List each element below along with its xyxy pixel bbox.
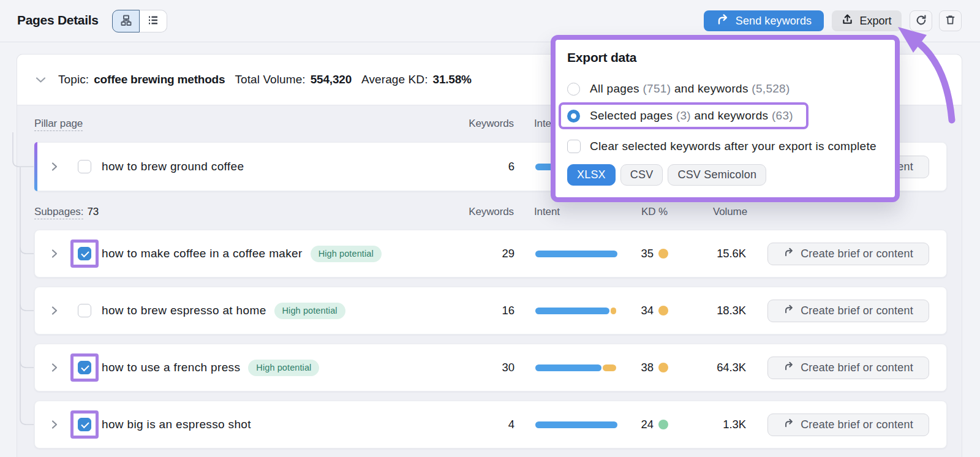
create-brief-button[interactable]: Create brief or content bbox=[767, 300, 929, 322]
pillar-page-label[interactable]: Pillar page bbox=[34, 118, 83, 131]
row-checkbox[interactable] bbox=[78, 247, 91, 260]
row-checkbox[interactable] bbox=[78, 304, 91, 317]
forward-arrow-icon bbox=[783, 247, 794, 261]
trash-icon bbox=[944, 14, 956, 28]
high-potential-badge: High potential bbox=[311, 246, 382, 262]
send-keywords-button[interactable]: Send keywords bbox=[704, 10, 824, 31]
kd-dot bbox=[658, 249, 668, 259]
radio-selected[interactable] bbox=[567, 110, 580, 123]
total-volume-label: Total Volume: bbox=[235, 73, 305, 86]
send-keywords-label: Send keywords bbox=[736, 15, 812, 28]
format-button-csv[interactable]: CSV bbox=[620, 164, 663, 186]
subpage-row[interactable]: how to use a french press High potential… bbox=[34, 344, 947, 391]
option-count: (3) bbox=[676, 109, 691, 122]
col-header-kd: KD % bbox=[619, 205, 668, 219]
export-button[interactable]: Export bbox=[832, 10, 902, 31]
intent-segment-blue bbox=[535, 364, 601, 371]
col-header-keywords: Keywords bbox=[459, 117, 514, 130]
keywords-count: 16 bbox=[466, 304, 514, 317]
row-title[interactable]: how big is an espresso shot bbox=[102, 418, 251, 431]
checkbox-highlight-box bbox=[70, 240, 99, 268]
kd-dot bbox=[658, 420, 668, 429]
create-brief-label: Create brief or content bbox=[801, 247, 913, 260]
option-count: (5,528) bbox=[752, 82, 790, 95]
row-checkbox[interactable] bbox=[78, 418, 91, 431]
export-popup-title: Export data bbox=[567, 50, 636, 65]
col-header-intent: Intent bbox=[534, 205, 560, 219]
option-count: (751) bbox=[643, 82, 671, 95]
export-option-label: Selected pages (3) and keywords (63) bbox=[590, 109, 793, 123]
clear-keywords-label: Clear selected keywords after your expor… bbox=[590, 140, 876, 153]
keywords-count: 6 bbox=[466, 160, 514, 173]
subpage-row[interactable]: how big is an espresso shot 4 24 1.3K Cr… bbox=[34, 401, 947, 448]
subpage-row[interactable]: how to make coffee in a coffee maker Hig… bbox=[34, 230, 947, 278]
radio-unselected[interactable] bbox=[567, 83, 580, 96]
kd-value: 38 bbox=[605, 361, 654, 374]
chevron-right-icon[interactable] bbox=[50, 420, 59, 429]
keywords-count: 30 bbox=[466, 361, 514, 374]
volume-value: 64.3K bbox=[697, 361, 746, 374]
chevron-right-icon[interactable] bbox=[50, 306, 59, 315]
kd-value: 34 bbox=[605, 304, 654, 317]
volume-value: 15.6K bbox=[697, 247, 746, 260]
kd-value: 35 bbox=[605, 247, 654, 260]
high-potential-badge: High potential bbox=[248, 360, 319, 376]
upload-icon bbox=[842, 13, 853, 28]
average-kd-value: 31.58% bbox=[433, 73, 472, 86]
export-option-all[interactable]: All pages (751) and keywords (5,528) bbox=[567, 82, 790, 96]
create-brief-button[interactable]: Create brief or content bbox=[767, 243, 929, 265]
clear-keywords-checkbox[interactable] bbox=[567, 140, 581, 153]
forward-arrow-icon bbox=[783, 361, 794, 375]
refresh-icon bbox=[915, 14, 927, 28]
create-brief-button[interactable]: Create brief or content bbox=[767, 414, 929, 436]
export-popup: Export data All pages (751) and keywords… bbox=[551, 35, 900, 202]
keywords-count: 4 bbox=[466, 418, 514, 431]
forward-arrow-icon bbox=[783, 418, 794, 432]
row-title[interactable]: how to brew ground coffee bbox=[102, 160, 244, 173]
high-potential-badge: High potential bbox=[274, 303, 345, 319]
format-button-xlsx[interactable]: XLSX bbox=[567, 164, 616, 186]
list-view-toggle[interactable] bbox=[140, 10, 167, 32]
option-text: and keywords bbox=[691, 109, 772, 122]
refresh-button[interactable] bbox=[910, 10, 932, 31]
chevron-down-icon[interactable] bbox=[36, 75, 46, 86]
option-text: All pages bbox=[590, 82, 643, 95]
row-checkbox[interactable] bbox=[78, 160, 91, 173]
option-text: and keywords bbox=[671, 82, 752, 95]
forward-arrow-icon bbox=[716, 13, 729, 29]
checkbox-highlight-box bbox=[70, 410, 99, 439]
delete-button[interactable] bbox=[939, 10, 962, 31]
option-count: (63) bbox=[772, 109, 793, 122]
export-option-selected[interactable]: Selected pages (3) and keywords (63) bbox=[567, 109, 793, 123]
create-brief-label: Create brief or content bbox=[801, 361, 913, 374]
clear-keywords-option[interactable]: Clear selected keywords after your expor… bbox=[567, 140, 876, 153]
pages-details-screen: Pages Details Send keywords Exp bbox=[0, 0, 980, 457]
chevron-right-icon[interactable] bbox=[50, 363, 59, 372]
create-brief-button[interactable]: Create brief or content bbox=[767, 357, 929, 379]
format-button-csv-semicolon[interactable]: CSV Semicolon bbox=[668, 164, 766, 186]
subpage-row[interactable]: how to brew espresso at home High potent… bbox=[34, 287, 947, 334]
col-header-volume: Volume bbox=[698, 205, 747, 219]
sitemap-icon bbox=[120, 14, 132, 29]
list-icon bbox=[147, 14, 159, 29]
tree-view-toggle[interactable] bbox=[112, 10, 140, 32]
row-title[interactable]: how to make coffee in a coffee maker bbox=[102, 247, 303, 260]
subpages-section-header: Subpages:73 bbox=[34, 205, 99, 219]
create-brief-label: Create brief or content bbox=[801, 304, 913, 317]
chevron-right-icon[interactable] bbox=[50, 162, 59, 172]
row-title[interactable]: how to brew espresso at home bbox=[102, 304, 266, 317]
topic-value: coffee brewing methods bbox=[94, 73, 225, 86]
export-label: Export bbox=[859, 15, 891, 28]
row-title[interactable]: how to use a french press bbox=[102, 361, 240, 374]
kd-dot bbox=[658, 363, 668, 372]
row-checkbox[interactable] bbox=[78, 361, 91, 374]
volume-value: 18.3K bbox=[697, 304, 746, 317]
subpages-count: 73 bbox=[87, 206, 99, 217]
option-text: Selected pages bbox=[590, 109, 676, 122]
export-option-label: All pages (751) and keywords (5,528) bbox=[590, 82, 790, 96]
subpages-label[interactable]: Subpages: bbox=[34, 206, 83, 219]
chevron-right-icon[interactable] bbox=[50, 249, 59, 259]
kd-dot bbox=[658, 306, 668, 315]
pillar-section-header: Pillar page bbox=[34, 117, 83, 130]
kd-value: 24 bbox=[605, 418, 654, 431]
